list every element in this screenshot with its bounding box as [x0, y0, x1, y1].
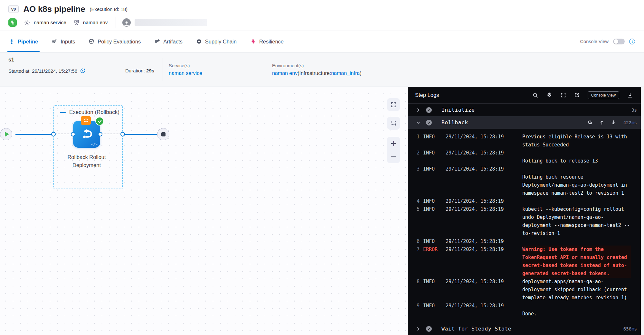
tab-inputs[interactable]: Inputs	[52, 31, 75, 52]
infra-prefix: (Infrastructure:	[298, 70, 331, 76]
resilience-icon	[250, 39, 256, 44]
open-in-new-tab-icon[interactable]	[574, 92, 580, 98]
log-timestamp: 29/11/2024, 15:28:19	[446, 205, 522, 213]
connector-node-right	[98, 132, 102, 136]
section-name: Initialize	[441, 107, 475, 113]
service-gear-icon	[24, 19, 31, 26]
logs-console-view-button[interactable]: Console View	[588, 91, 619, 99]
environment-line: naman env(Infrastructure:naman_infra)	[272, 70, 361, 76]
tab-resilience[interactable]: Resilience	[250, 31, 284, 52]
rollback-arrow-icon	[79, 126, 94, 143]
log-timestamp: 29/11/2024, 15:28:19	[446, 149, 522, 157]
logs-fullscreen-icon[interactable]	[561, 92, 566, 98]
header-service-name[interactable]: naman service	[34, 20, 66, 25]
rollout-badge-icon	[81, 116, 91, 125]
header-divider	[116, 17, 116, 28]
log-timestamp: 29/11/2024, 15:28:19	[446, 237, 522, 246]
log-line: 7ERROR29/11/2024, 15:28:19Warning: Use t…	[408, 246, 644, 278]
section-duration: 422ms	[623, 120, 637, 125]
policy-icon	[89, 39, 94, 44]
log-settings-gear-icon[interactable]	[546, 92, 553, 98]
tab-policy-evaluations[interactable]: Policy Evaluations	[89, 31, 141, 52]
stage-name[interactable]: s1	[8, 57, 14, 63]
section-name: Rollback	[441, 119, 468, 126]
tab-supply-chain[interactable]: Supply Chain	[196, 31, 237, 52]
scroll-top-icon[interactable]	[600, 120, 604, 125]
chevron-down-icon	[416, 121, 421, 125]
scroll-bottom-icon[interactable]	[611, 120, 616, 125]
infra-suffix: )	[360, 70, 361, 76]
section-tools	[588, 120, 616, 125]
log-section-initialize[interactable]: Initialize 3s	[408, 104, 644, 116]
log-lines-container[interactable]: 1INFO29/11/2024, 15:28:19Previous eligib…	[408, 129, 644, 322]
log-line-number: 5	[417, 205, 423, 213]
step-code-glyph: </>	[91, 142, 98, 146]
log-timestamp: 29/11/2024, 15:28:19	[446, 246, 522, 254]
stagebar-divider	[163, 58, 163, 81]
user-avatar[interactable]	[122, 18, 131, 27]
step-node-label: Rollback Rollout Deployment	[54, 153, 119, 169]
step-success-check-icon	[426, 107, 432, 113]
infrastructure-link[interactable]: naman_infra	[331, 70, 360, 76]
logs-scrollbar[interactable]	[641, 87, 644, 335]
logs-actions: Console View	[533, 91, 633, 99]
info-icon[interactable]: i	[629, 39, 635, 44]
section-duration: 3s	[631, 107, 637, 113]
start-node	[0, 128, 12, 140]
log-section-wait-for-steady-state[interactable]: Wait for Steady State 658ms	[408, 322, 644, 335]
log-line: 2INFO29/11/2024, 15:28:19 Rolling back t…	[408, 149, 644, 165]
environment-link[interactable]: naman env	[272, 70, 298, 76]
zoom-in-button[interactable]: +	[387, 137, 400, 150]
log-level: INFO	[423, 165, 446, 173]
zoom-out-button[interactable]: −	[387, 150, 400, 163]
log-line-number: 7	[417, 246, 423, 254]
copy-icon[interactable]	[588, 120, 592, 125]
rollback-step-node[interactable]: </>	[73, 121, 100, 148]
log-line: 6INFO29/11/2024, 15:28:19	[408, 237, 644, 246]
download-logs-icon[interactable]	[627, 92, 633, 98]
tab-label: Resilience	[259, 39, 284, 45]
canvas-marquee-select-button[interactable]	[387, 117, 400, 130]
duration-value: 29s	[146, 68, 154, 73]
search-icon[interactable]	[533, 92, 538, 98]
log-section-rollback[interactable]: Rollback 422ms	[408, 116, 644, 129]
tabbar-right: Console View i	[580, 39, 635, 44]
duration-label: Duration:	[125, 68, 145, 73]
logs-header: Step Logs	[408, 87, 644, 104]
pipeline-canvas[interactable]: Execution (Rollback)	[0, 87, 408, 335]
history-icon[interactable]	[80, 68, 86, 74]
header-environment-name[interactable]: naman env	[83, 20, 108, 25]
log-level: INFO	[423, 149, 446, 157]
tab-label: Inputs	[61, 39, 75, 45]
tab-artifacts[interactable]: Artifacts	[154, 31, 183, 52]
log-line: 8INFO29/11/2024, 15:28:19deployment.apps…	[408, 278, 644, 302]
service-link[interactable]: naman service	[169, 70, 202, 76]
log-line-number: 6	[417, 237, 423, 246]
started-at-text: Started at: 29/11/2024, 15:27:56	[8, 68, 77, 74]
log-line-number: 3	[417, 165, 423, 173]
end-node	[157, 128, 169, 140]
tab-pipeline[interactable]: Pipeline	[9, 31, 38, 52]
log-line: 3INFO29/11/2024, 15:28:19 Rolling back r…	[408, 165, 644, 197]
log-line-number: 4	[417, 197, 423, 205]
services-label: Service(s)	[169, 63, 202, 68]
log-timestamp: 29/11/2024, 15:28:19	[446, 165, 522, 173]
collapse-group-button[interactable]	[60, 112, 66, 113]
chevron-right-icon	[416, 327, 421, 331]
environments-label: Environment(s)	[272, 63, 361, 68]
step-success-icon	[95, 117, 104, 126]
title-row: v0 AO k8s pipeline (Execution Id: 18)	[8, 3, 636, 15]
log-level: INFO	[423, 133, 446, 141]
tab-label: Policy Evaluations	[98, 39, 141, 45]
tab-label: Pipeline	[18, 39, 38, 45]
canvas-fullscreen-button[interactable]	[387, 98, 400, 111]
execution-header: v0 AO k8s pipeline (Execution Id: 18) na…	[0, 0, 644, 31]
tab-list: PipelineInputsPolicy EvaluationsArtifact…	[9, 31, 284, 52]
tab-label: Supply Chain	[205, 39, 237, 45]
chevron-right-icon	[416, 108, 421, 112]
artifacts-icon	[154, 39, 160, 44]
redacted-user-text	[135, 19, 207, 26]
console-view-toggle[interactable]	[613, 39, 625, 44]
log-level: INFO	[423, 205, 446, 213]
log-line: 1INFO29/11/2024, 15:28:19Previous eligib…	[408, 133, 644, 149]
